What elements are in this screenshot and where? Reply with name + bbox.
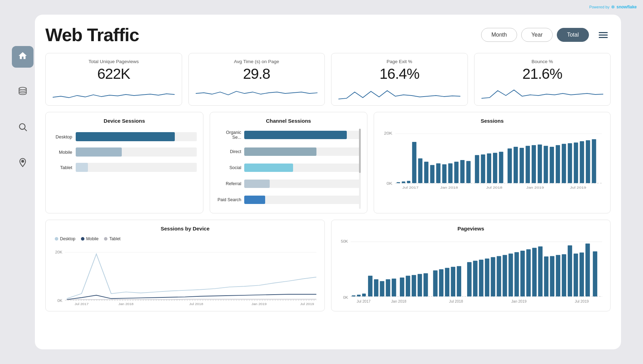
- channel-track-paid: [244, 196, 361, 204]
- device-sessions-chart: Desktop Mobile Tablet: [52, 129, 197, 175]
- svg-rect-70: [418, 274, 422, 297]
- svg-rect-68: [406, 276, 410, 296]
- legend-label-tablet: Tablet: [109, 236, 120, 241]
- sessions-bar-chart: 20K 0K: [380, 129, 604, 191]
- legend-label-desktop: Desktop: [60, 236, 75, 241]
- sessions-card: Sessions 20K 0K: [374, 112, 611, 213]
- svg-rect-93: [562, 254, 566, 296]
- svg-rect-14: [430, 165, 434, 183]
- sidebar: [3, 39, 42, 325]
- page-title: Web Traffic: [45, 24, 139, 45]
- svg-rect-8: [397, 182, 400, 183]
- legend-dot-desktop: [55, 237, 58, 241]
- svg-rect-95: [574, 253, 578, 296]
- svg-rect-90: [544, 256, 548, 296]
- svg-text:Jul 2017: Jul 2017: [357, 299, 371, 303]
- year-button[interactable]: Year: [521, 28, 553, 42]
- svg-text:0K: 0K: [57, 298, 62, 302]
- kpi-label-pageviews: Total Unique Pageviews: [53, 59, 175, 64]
- channel-sessions-wrapper: Organic Se... Direct Socia: [216, 129, 361, 209]
- hbar-row-tablet: Tablet: [52, 163, 197, 172]
- svg-rect-15: [436, 163, 440, 183]
- bottom-row: Sessions by Device Desktop Mobile Tablet: [45, 220, 611, 311]
- channel-sessions-title: Channel Sessions: [216, 118, 361, 124]
- channel-row-organic: Organic Se...: [216, 130, 361, 140]
- svg-rect-78: [473, 261, 478, 297]
- svg-rect-9: [402, 182, 405, 183]
- svg-rect-86: [521, 251, 525, 296]
- svg-rect-20: [466, 161, 471, 183]
- svg-rect-74: [445, 268, 449, 296]
- hbar-row-desktop: Desktop: [52, 132, 197, 141]
- header-controls: Month Year Total: [481, 28, 611, 42]
- svg-rect-96: [580, 252, 584, 296]
- charts-row: Device Sessions Desktop Mobile: [45, 112, 611, 213]
- svg-rect-28: [519, 148, 524, 183]
- hbar-track-tablet: [76, 163, 197, 172]
- svg-rect-89: [538, 247, 543, 297]
- svg-point-1: [20, 123, 25, 129]
- hbar-label-tablet: Tablet: [52, 165, 72, 170]
- svg-point-0: [19, 87, 27, 90]
- database-icon: [18, 86, 28, 99]
- svg-text:Jul 2018: Jul 2018: [449, 299, 463, 303]
- svg-rect-38: [580, 141, 584, 183]
- svg-rect-91: [550, 256, 554, 296]
- channel-row-social: Social: [216, 164, 361, 172]
- channel-fill-social: [244, 164, 293, 172]
- svg-text:Jan 2018: Jan 2018: [440, 186, 458, 189]
- app-wrapper: Powered by ❄ snowflake: [0, 0, 643, 364]
- svg-rect-23: [487, 153, 491, 183]
- svg-rect-13: [424, 162, 428, 183]
- channel-row-referral: Referral: [216, 180, 361, 188]
- channel-track-direct: [244, 147, 361, 156]
- sidebar-item-home[interactable]: [12, 46, 33, 68]
- location-icon: [18, 158, 28, 170]
- channel-label-paid: Paid Search: [216, 197, 241, 202]
- svg-text:Jul 2017: Jul 2017: [402, 186, 419, 189]
- svg-rect-92: [556, 255, 560, 296]
- channel-row-paid: Paid Search: [216, 196, 361, 204]
- channel-row-direct: Direct: [216, 147, 361, 156]
- kpi-value-bounce: 21.6%: [481, 66, 604, 82]
- svg-rect-30: [532, 145, 536, 183]
- kpi-row: Total Unique Pageviews 622K Avg Time (s)…: [45, 53, 611, 106]
- month-button[interactable]: Month: [481, 28, 517, 42]
- channel-fill-paid: [244, 196, 265, 204]
- sidebar-item-search[interactable]: [12, 117, 33, 139]
- hbar-fill-desktop: [76, 132, 175, 141]
- sidebar-item-location[interactable]: [12, 153, 33, 174]
- pageviews-title: Pageviews: [338, 226, 604, 232]
- kpi-value-pageviews: 622K: [53, 66, 175, 82]
- sessions-by-device-card: Sessions by Device Desktop Mobile Tablet: [45, 220, 325, 311]
- svg-rect-73: [439, 269, 443, 296]
- svg-rect-25: [499, 152, 503, 183]
- svg-text:Jul 2019: Jul 2019: [575, 299, 589, 303]
- total-button[interactable]: Total: [557, 28, 589, 42]
- legend-tablet: Tablet: [104, 236, 120, 241]
- snowflake-icon: ❄: [611, 4, 615, 10]
- svg-text:Jul 2019: Jul 2019: [570, 186, 586, 189]
- svg-rect-97: [585, 244, 590, 297]
- channel-sessions-card: Channel Sessions Organic Se... Direct: [210, 112, 368, 213]
- header: Web Traffic Month Year Total: [45, 24, 611, 45]
- home-icon: [18, 51, 28, 63]
- svg-rect-60: [357, 295, 361, 296]
- svg-rect-87: [526, 249, 531, 296]
- kpi-label-avgtime: Avg Time (s) on Page: [196, 59, 318, 64]
- channel-fill-direct: [244, 147, 316, 156]
- svg-rect-98: [593, 251, 597, 296]
- svg-rect-35: [562, 144, 566, 183]
- menu-button[interactable]: [596, 29, 611, 41]
- hbar-fill-tablet: [76, 163, 88, 172]
- svg-text:50K: 50K: [341, 240, 348, 244]
- menu-bar-1: [599, 32, 608, 33]
- svg-rect-24: [493, 153, 497, 183]
- svg-line-2: [24, 129, 27, 131]
- legend-dot-mobile: [81, 237, 84, 241]
- svg-rect-39: [586, 140, 590, 183]
- svg-rect-94: [568, 245, 572, 297]
- svg-rect-17: [448, 163, 453, 183]
- sidebar-item-database[interactable]: [12, 82, 33, 103]
- svg-text:Jul 2019: Jul 2019: [300, 302, 314, 306]
